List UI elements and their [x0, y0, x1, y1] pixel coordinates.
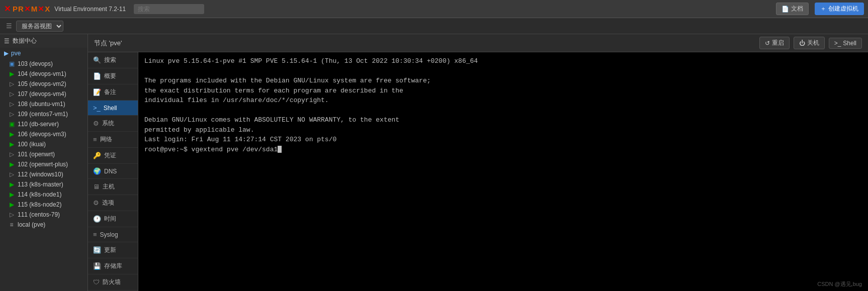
vm-stopped-icon: ▷ [8, 171, 15, 178]
menu-item-time[interactable]: 🕐 时间 [88, 211, 138, 227]
docs-icon: 📄 [782, 6, 789, 13]
restart-button[interactable]: ↺ 重启 [759, 37, 790, 49]
summary-icon: 📄 [93, 72, 101, 80]
sidebar-item-115[interactable]: ▶ 115 (k8s-node2) [0, 200, 88, 210]
terminal-line-3: The programs included with the Debian GN… [144, 76, 862, 86]
logo-x-icon: ✕ [4, 4, 11, 14]
sidebar-item-101[interactable]: ▷ 101 (openwrt) [0, 149, 88, 159]
search-input[interactable] [134, 4, 204, 14]
shutdown-button[interactable]: ⏻ 关机 [794, 37, 825, 49]
vm-running-icon: ▶ [8, 70, 15, 77]
network-icon: ≡ [93, 136, 97, 143]
vm-stopped-icon: ▷ [8, 90, 15, 98]
sidebar-item-108[interactable]: ▷ 108 (ubuntu-vm1) [0, 99, 88, 109]
sidebar-item-105[interactable]: ▷ 105 (devops-vm2) [0, 79, 88, 89]
logo-area: ✕ PR✕M✕X Virtual Environment 7.2-11 [4, 4, 126, 14]
second-bar: ☰ 服务器视图 [0, 18, 868, 34]
vm-running-icon: ▶ [8, 141, 15, 148]
sidebar-item-106[interactable]: ▶ 106 (devops-vm3) [0, 129, 88, 139]
sidebar-item-103[interactable]: ▣ 103 (devops) [0, 59, 88, 69]
content-split: 🔍 搜索 📄 概要 📝 备注 >_ Shell ⚙ 系统 [88, 52, 868, 291]
view-select[interactable]: 服务器视图 [16, 21, 63, 32]
terminal-line-9: Last login: Fri Aug 11 14:27:14 CST 2023… [144, 135, 862, 145]
sidebar-item-114[interactable]: ▶ 114 (k8s-node1) [0, 189, 88, 200]
vm-stopped-icon: ▷ [8, 80, 15, 87]
vm-running-icon: ▶ [8, 191, 15, 198]
sidebar-item-local[interactable]: ≡ local (pve) [0, 220, 88, 230]
search-icon: 🔍 [93, 56, 101, 64]
shell-button[interactable]: >_ Shell [829, 38, 862, 49]
hosts-icon: 🖥 [93, 183, 100, 190]
sidebar-item-102[interactable]: ▶ 102 (openwrt-plus) [0, 159, 88, 169]
logo-text: PR✕M✕X [13, 5, 50, 14]
vm-stopped-icon: ▷ [8, 101, 15, 108]
restart-icon: ↺ [765, 40, 770, 47]
main-layout: ☰ 数据中心 ▶ pve ▣ 103 (devops) ▶ 104 (devop… [0, 34, 868, 291]
certs-icon: 🔑 [93, 152, 101, 159]
sidebar-node-pve[interactable]: ▶ pve [0, 48, 88, 59]
vm-lxc-icon: ▣ [8, 60, 15, 67]
node-actions: ↺ 重启 ⏻ 关机 >_ Shell [759, 37, 862, 49]
datacenter-icon: ☰ [4, 38, 10, 45]
menu-item-search[interactable]: 🔍 搜索 [88, 52, 138, 68]
sidebar-item-109[interactable]: ▷ 109 (centos7-vm1) [0, 109, 88, 119]
menu-item-network[interactable]: ≡ 网络 [88, 132, 138, 148]
vm-running-icon: ▶ [8, 131, 15, 138]
menu-item-repositories[interactable]: 💾 存储库 [88, 258, 138, 274]
menu-item-updates[interactable]: 🔄 更新 [88, 242, 138, 258]
terminal-area[interactable]: Linux pve 5.15.64-1-pve #1 SMP PVE 5.15.… [138, 52, 868, 291]
firewall-icon: 🛡 [93, 278, 100, 286]
datacenter-header[interactable]: ☰ 数据中心 [0, 34, 88, 48]
datacenter-label: 数据中心 [13, 37, 37, 45]
options-icon: ⚙ [93, 199, 99, 207]
sidebar-item-104[interactable]: ▶ 104 (devops-vm1) [0, 69, 88, 79]
vm-lxc-running-icon: ▣ [8, 121, 15, 128]
vm-stopped-icon: ▷ [8, 211, 15, 218]
terminal-cursor [278, 146, 282, 153]
create-icon: ＋ [820, 5, 826, 13]
menu-item-certs[interactable]: 🔑 凭证 [88, 148, 138, 164]
repos-icon: 💾 [93, 262, 101, 270]
menu-item-summary[interactable]: 📄 概要 [88, 68, 138, 84]
sidebar-item-100[interactable]: ▶ 100 (ikuai) [0, 139, 88, 149]
terminal-line-6 [144, 106, 862, 116]
node-label: pve [11, 50, 21, 57]
top-bar: ✕ PR✕M✕X Virtual Environment 7.2-11 📄 文档… [0, 0, 868, 18]
left-menu: 🔍 搜索 📄 概要 📝 备注 >_ Shell ⚙ 系统 [88, 52, 138, 291]
sidebar-item-107[interactable]: ▷ 107 (devops-vm4) [0, 89, 88, 99]
menu-item-hosts[interactable]: 🖥 主机 [88, 179, 138, 195]
storage-icon: ≡ [8, 221, 15, 228]
vm-running-icon: ▶ [8, 201, 15, 208]
menu-item-dns[interactable]: 🌍 DNS [88, 164, 138, 179]
notes-icon: 📝 [93, 88, 101, 96]
updates-icon: 🔄 [93, 246, 101, 254]
create-vm-button[interactable]: ＋ 创建虚拟机 [815, 3, 864, 15]
sidebar-item-112[interactable]: ▷ 112 (windows10) [0, 169, 88, 179]
sidebar-item-111[interactable]: ▷ 111 (centos-79) [0, 210, 88, 220]
docs-button[interactable]: 📄 文档 [776, 3, 809, 15]
view-icon: ☰ [6, 22, 12, 30]
terminal-line-10: root@pve:~$ vgextend pve /dev/sda1 [144, 145, 862, 155]
sidebar-item-110[interactable]: ▣ 110 (db-server) [0, 119, 88, 129]
terminal-line-4: the exact distribution terms for each pr… [144, 86, 862, 96]
sidebar-item-113[interactable]: ▶ 113 (k8s-master) [0, 179, 88, 189]
product-name: Virtual Environment 7.2-11 [54, 6, 126, 13]
vm-stopped-icon: ▷ [8, 111, 15, 118]
terminal-line-8: permitted by applicable law. [144, 125, 862, 135]
menu-item-shell[interactable]: >_ Shell [88, 101, 138, 116]
system-icon: ⚙ [93, 120, 99, 127]
node-header: 节点 'pve' ↺ 重启 ⏻ 关机 >_ Shell [88, 34, 868, 52]
terminal-line-2 [144, 66, 862, 76]
node-icon: ▶ [4, 50, 9, 57]
menu-item-notes[interactable]: 📝 备注 [88, 84, 138, 101]
vm-running-icon: ▶ [8, 161, 15, 168]
dns-icon: 🌍 [93, 167, 101, 175]
menu-item-options[interactable]: ⚙ 选项 [88, 195, 138, 211]
vm-running-icon: ▶ [8, 181, 15, 188]
menu-item-syslog[interactable]: ≡ Syslog [88, 227, 138, 242]
right-panel: 节点 'pve' ↺ 重启 ⏻ 关机 >_ Shell [88, 34, 868, 291]
shell-menu-icon: >_ [93, 104, 101, 112]
terminal-line-5: individual files in /usr/share/doc/*/cop… [144, 95, 862, 106]
menu-item-firewall[interactable]: 🛡 防火墙 [88, 274, 138, 290]
menu-item-system[interactable]: ⚙ 系统 [88, 116, 138, 132]
